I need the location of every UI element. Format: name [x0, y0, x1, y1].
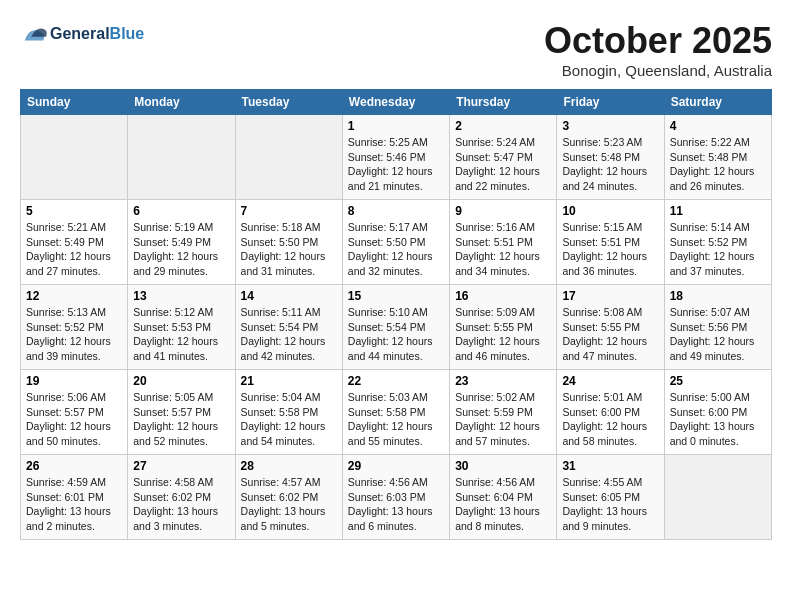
calendar-header-row: Sunday Monday Tuesday Wednesday Thursday… [21, 90, 772, 115]
day-info: Sunrise: 5:23 AMSunset: 5:48 PMDaylight:… [562, 135, 658, 194]
day-number: 17 [562, 289, 658, 303]
day-number: 30 [455, 459, 551, 473]
page-header: GeneralBlue October 2025 Bonogin, Queens… [20, 20, 772, 79]
day-info: Sunrise: 5:19 AMSunset: 5:49 PMDaylight:… [133, 220, 229, 279]
table-row: 31Sunrise: 4:55 AMSunset: 6:05 PMDayligh… [557, 455, 664, 540]
table-row [235, 115, 342, 200]
day-number: 2 [455, 119, 551, 133]
table-row: 26Sunrise: 4:59 AMSunset: 6:01 PMDayligh… [21, 455, 128, 540]
day-number: 14 [241, 289, 337, 303]
table-row: 18Sunrise: 5:07 AMSunset: 5:56 PMDayligh… [664, 285, 771, 370]
day-number: 8 [348, 204, 444, 218]
day-info: Sunrise: 5:14 AMSunset: 5:52 PMDaylight:… [670, 220, 766, 279]
location: Bonogin, Queensland, Australia [544, 62, 772, 79]
day-number: 23 [455, 374, 551, 388]
calendar-week-row: 19Sunrise: 5:06 AMSunset: 5:57 PMDayligh… [21, 370, 772, 455]
table-row: 27Sunrise: 4:58 AMSunset: 6:02 PMDayligh… [128, 455, 235, 540]
table-row: 25Sunrise: 5:00 AMSunset: 6:00 PMDayligh… [664, 370, 771, 455]
table-row: 10Sunrise: 5:15 AMSunset: 5:51 PMDayligh… [557, 200, 664, 285]
day-info: Sunrise: 4:58 AMSunset: 6:02 PMDaylight:… [133, 475, 229, 534]
day-number: 16 [455, 289, 551, 303]
day-info: Sunrise: 5:09 AMSunset: 5:55 PMDaylight:… [455, 305, 551, 364]
day-number: 25 [670, 374, 766, 388]
col-saturday: Saturday [664, 90, 771, 115]
day-info: Sunrise: 5:05 AMSunset: 5:57 PMDaylight:… [133, 390, 229, 449]
day-number: 31 [562, 459, 658, 473]
table-row [128, 115, 235, 200]
col-tuesday: Tuesday [235, 90, 342, 115]
col-thursday: Thursday [450, 90, 557, 115]
day-info: Sunrise: 5:07 AMSunset: 5:56 PMDaylight:… [670, 305, 766, 364]
calendar-table: Sunday Monday Tuesday Wednesday Thursday… [20, 89, 772, 540]
day-number: 26 [26, 459, 122, 473]
day-info: Sunrise: 5:25 AMSunset: 5:46 PMDaylight:… [348, 135, 444, 194]
table-row: 24Sunrise: 5:01 AMSunset: 6:00 PMDayligh… [557, 370, 664, 455]
table-row: 15Sunrise: 5:10 AMSunset: 5:54 PMDayligh… [342, 285, 449, 370]
day-info: Sunrise: 4:56 AMSunset: 6:03 PMDaylight:… [348, 475, 444, 534]
day-number: 12 [26, 289, 122, 303]
day-number: 21 [241, 374, 337, 388]
table-row [21, 115, 128, 200]
day-number: 9 [455, 204, 551, 218]
day-info: Sunrise: 4:57 AMSunset: 6:02 PMDaylight:… [241, 475, 337, 534]
logo-line1: General [50, 25, 110, 42]
day-number: 18 [670, 289, 766, 303]
table-row: 3Sunrise: 5:23 AMSunset: 5:48 PMDaylight… [557, 115, 664, 200]
table-row: 6Sunrise: 5:19 AMSunset: 5:49 PMDaylight… [128, 200, 235, 285]
day-info: Sunrise: 5:17 AMSunset: 5:50 PMDaylight:… [348, 220, 444, 279]
table-row: 14Sunrise: 5:11 AMSunset: 5:54 PMDayligh… [235, 285, 342, 370]
table-row: 4Sunrise: 5:22 AMSunset: 5:48 PMDaylight… [664, 115, 771, 200]
col-wednesday: Wednesday [342, 90, 449, 115]
month-title: October 2025 [544, 20, 772, 62]
day-number: 3 [562, 119, 658, 133]
logo-line2: Blue [110, 25, 145, 42]
table-row: 19Sunrise: 5:06 AMSunset: 5:57 PMDayligh… [21, 370, 128, 455]
day-number: 28 [241, 459, 337, 473]
day-number: 11 [670, 204, 766, 218]
table-row: 29Sunrise: 4:56 AMSunset: 6:03 PMDayligh… [342, 455, 449, 540]
table-row: 7Sunrise: 5:18 AMSunset: 5:50 PMDaylight… [235, 200, 342, 285]
day-info: Sunrise: 5:21 AMSunset: 5:49 PMDaylight:… [26, 220, 122, 279]
day-number: 13 [133, 289, 229, 303]
day-number: 20 [133, 374, 229, 388]
day-info: Sunrise: 5:16 AMSunset: 5:51 PMDaylight:… [455, 220, 551, 279]
day-number: 22 [348, 374, 444, 388]
day-info: Sunrise: 5:15 AMSunset: 5:51 PMDaylight:… [562, 220, 658, 279]
day-info: Sunrise: 5:11 AMSunset: 5:54 PMDaylight:… [241, 305, 337, 364]
day-info: Sunrise: 5:03 AMSunset: 5:58 PMDaylight:… [348, 390, 444, 449]
day-info: Sunrise: 5:00 AMSunset: 6:00 PMDaylight:… [670, 390, 766, 449]
table-row: 5Sunrise: 5:21 AMSunset: 5:49 PMDaylight… [21, 200, 128, 285]
day-info: Sunrise: 4:55 AMSunset: 6:05 PMDaylight:… [562, 475, 658, 534]
day-number: 15 [348, 289, 444, 303]
day-info: Sunrise: 5:04 AMSunset: 5:58 PMDaylight:… [241, 390, 337, 449]
table-row: 8Sunrise: 5:17 AMSunset: 5:50 PMDaylight… [342, 200, 449, 285]
day-number: 1 [348, 119, 444, 133]
title-block: October 2025 Bonogin, Queensland, Austra… [544, 20, 772, 79]
calendar-week-row: 26Sunrise: 4:59 AMSunset: 6:01 PMDayligh… [21, 455, 772, 540]
day-info: Sunrise: 5:24 AMSunset: 5:47 PMDaylight:… [455, 135, 551, 194]
calendar-week-row: 1Sunrise: 5:25 AMSunset: 5:46 PMDaylight… [21, 115, 772, 200]
col-monday: Monday [128, 90, 235, 115]
table-row: 9Sunrise: 5:16 AMSunset: 5:51 PMDaylight… [450, 200, 557, 285]
day-number: 10 [562, 204, 658, 218]
day-info: Sunrise: 5:22 AMSunset: 5:48 PMDaylight:… [670, 135, 766, 194]
table-row: 20Sunrise: 5:05 AMSunset: 5:57 PMDayligh… [128, 370, 235, 455]
table-row: 13Sunrise: 5:12 AMSunset: 5:53 PMDayligh… [128, 285, 235, 370]
day-number: 19 [26, 374, 122, 388]
day-info: Sunrise: 5:18 AMSunset: 5:50 PMDaylight:… [241, 220, 337, 279]
day-number: 6 [133, 204, 229, 218]
logo-icon [20, 20, 48, 48]
table-row: 11Sunrise: 5:14 AMSunset: 5:52 PMDayligh… [664, 200, 771, 285]
day-info: Sunrise: 5:13 AMSunset: 5:52 PMDaylight:… [26, 305, 122, 364]
col-sunday: Sunday [21, 90, 128, 115]
day-number: 7 [241, 204, 337, 218]
table-row: 21Sunrise: 5:04 AMSunset: 5:58 PMDayligh… [235, 370, 342, 455]
logo: GeneralBlue [20, 20, 144, 48]
day-info: Sunrise: 5:08 AMSunset: 5:55 PMDaylight:… [562, 305, 658, 364]
table-row: 23Sunrise: 5:02 AMSunset: 5:59 PMDayligh… [450, 370, 557, 455]
day-number: 5 [26, 204, 122, 218]
table-row [664, 455, 771, 540]
table-row: 16Sunrise: 5:09 AMSunset: 5:55 PMDayligh… [450, 285, 557, 370]
table-row: 30Sunrise: 4:56 AMSunset: 6:04 PMDayligh… [450, 455, 557, 540]
table-row: 28Sunrise: 4:57 AMSunset: 6:02 PMDayligh… [235, 455, 342, 540]
